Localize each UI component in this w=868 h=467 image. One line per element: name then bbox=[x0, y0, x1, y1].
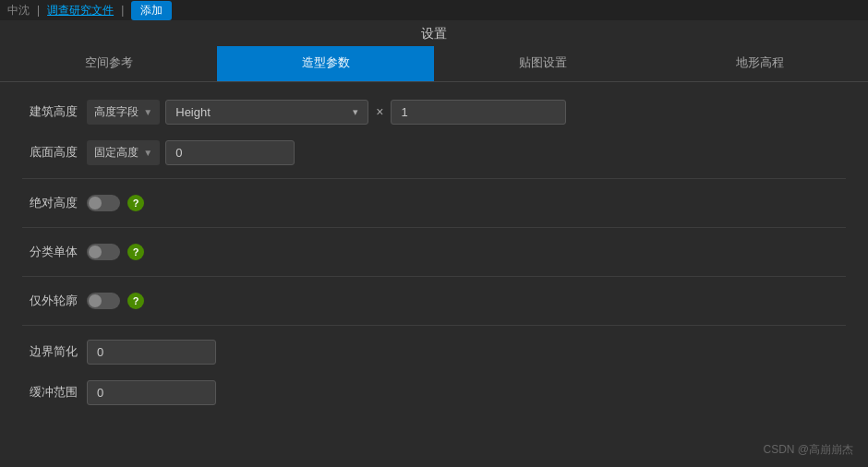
classify-unit-help-icon[interactable]: ? bbox=[127, 244, 144, 260]
classify-unit-toggle[interactable] bbox=[87, 244, 120, 260]
absolute-height-toggle[interactable] bbox=[87, 195, 120, 211]
absolute-height-row: 绝对高度 ? bbox=[22, 190, 846, 216]
buffer-range-input[interactable] bbox=[87, 380, 216, 405]
tabs-row: 空间参考 造型参数 贴图设置 地形高程 bbox=[0, 46, 868, 82]
tab-texture[interactable]: 贴图设置 bbox=[434, 46, 651, 81]
border-simplify-row: 边界简化 bbox=[22, 337, 846, 366]
border-simplify-input[interactable] bbox=[87, 340, 216, 365]
buffer-range-label: 缓冲范围 bbox=[22, 384, 87, 401]
base-height-label: 底面高度 bbox=[22, 144, 87, 161]
height-field-dropdown-trigger[interactable]: 高度字段 ▼ bbox=[87, 100, 160, 125]
absolute-height-label: 绝对高度 bbox=[22, 195, 87, 211]
divider-4 bbox=[22, 325, 846, 326]
tab-terrain[interactable]: 地形高程 bbox=[651, 46, 868, 81]
toggle-knob bbox=[89, 197, 102, 210]
watermark: CSDN @高崩崩杰 bbox=[763, 442, 853, 458]
top-nav: 中沈 | 调查研究文件 | 添加 bbox=[0, 0, 868, 20]
top-nav-separator-2: | bbox=[121, 4, 124, 17]
dropdown-chevron-icon: ▾ bbox=[353, 106, 358, 118]
multiplier-input[interactable] bbox=[391, 100, 566, 125]
outline-only-help-icon[interactable]: ? bbox=[127, 293, 144, 309]
tab-spatial[interactable]: 空间参考 bbox=[0, 46, 217, 81]
settings-title: 设置 bbox=[0, 20, 868, 46]
top-nav-separator-1: | bbox=[37, 4, 40, 17]
buffer-range-row: 缓冲范围 bbox=[22, 377, 846, 407]
building-height-row: 建筑高度 高度字段 ▼ Height ▾ × bbox=[22, 97, 846, 126]
outline-only-row: 仅外轮廓 ? bbox=[22, 288, 846, 314]
multiply-sign: × bbox=[376, 104, 383, 119]
content-area: 建筑高度 高度字段 ▼ Height ▾ × 底面高度 固定高度 ▼ 绝对高度 … bbox=[0, 82, 868, 433]
height-dropdown[interactable]: Height ▾ bbox=[165, 100, 368, 125]
height-dropdown-value: Height bbox=[175, 105, 211, 119]
fixed-height-arrow-icon: ▼ bbox=[143, 148, 152, 158]
fixed-height-dropdown-trigger[interactable]: 固定高度 ▼ bbox=[87, 140, 160, 165]
absolute-height-help-icon[interactable]: ? bbox=[127, 195, 144, 211]
outline-only-toggle[interactable] bbox=[87, 293, 120, 309]
divider-3 bbox=[22, 276, 846, 277]
tab-shape[interactable]: 造型参数 bbox=[217, 46, 434, 81]
outline-only-knob bbox=[89, 294, 102, 307]
add-button[interactable]: 添加 bbox=[131, 1, 172, 20]
classify-unit-label: 分类单体 bbox=[22, 244, 87, 260]
top-nav-item-1[interactable]: 中沈 bbox=[7, 3, 30, 18]
base-height-input[interactable] bbox=[165, 140, 295, 165]
outline-only-label: 仅外轮廓 bbox=[22, 293, 87, 309]
divider-1 bbox=[22, 178, 846, 179]
base-height-row: 底面高度 固定高度 ▼ bbox=[22, 138, 846, 167]
sub-label-arrow-icon: ▼ bbox=[143, 107, 152, 117]
building-height-label: 建筑高度 bbox=[22, 103, 87, 120]
top-nav-item-2[interactable]: 调查研究文件 bbox=[47, 3, 114, 18]
classify-unit-knob bbox=[89, 245, 102, 258]
classify-unit-row: 分类单体 ? bbox=[22, 239, 846, 265]
border-simplify-label: 边界简化 bbox=[22, 343, 87, 360]
divider-2 bbox=[22, 227, 846, 228]
